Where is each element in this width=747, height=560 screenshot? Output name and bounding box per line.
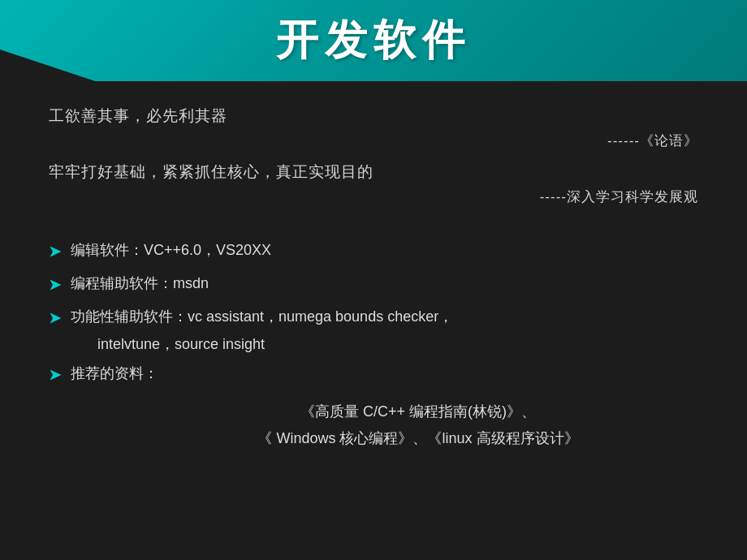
book-section: 《高质量 C/C++ 编程指南(林锐)》、 《 Windows 核心编程》、《l… [49, 398, 698, 451]
bullet-text-4: 推荐的资料： [71, 362, 698, 386]
bullet-text-2: 编程辅助软件：msdn [71, 272, 698, 295]
page-container: 开发软件 工欲善其事，必先利其器 ------《论语》 牢牢打好基础，紧紧抓住核… [0, 0, 747, 560]
list-item: ➤ 编辑软件：VC++6.0，VS20XX [49, 239, 698, 264]
header-section: 开发软件 [0, 0, 747, 81]
quote-section: 工欲善其事，必先利其器 ------《论语》 牢牢打好基础，紧紧抓住核心，真正实… [49, 106, 698, 222]
bullet-text-3: 功能性辅助软件：vc assistant，numega bounds check… [71, 305, 698, 329]
quote-source-2: -----深入学习科学发展观 [49, 187, 698, 206]
main-content: 工欲善其事，必先利其器 ------《论语》 牢牢打好基础，紧紧抓住核心，真正实… [0, 81, 747, 560]
quote-line-1: 工欲善其事，必先利其器 [49, 106, 698, 127]
page-title: 开发软件 [276, 12, 471, 69]
bullet-list: ➤ 编辑软件：VC++6.0，VS20XX ➤ 编程辅助软件：msdn ➤ 功能… [49, 239, 698, 451]
book-line-1: 《高质量 C/C++ 编程指南(林锐)》、 [73, 398, 698, 424]
quote-source-1: ------《论语》 [49, 131, 698, 150]
bullet-sub-text-3: intelvtune，source insight [49, 334, 698, 354]
bullet-arrow-icon: ➤ [49, 307, 61, 330]
bullet-arrow-icon: ➤ [49, 274, 61, 297]
list-item: ➤ 功能性辅助软件：vc assistant，numega bounds che… [49, 305, 698, 330]
bullet-arrow-icon: ➤ [49, 240, 61, 264]
bullet-text-1: 编辑软件：VC++6.0，VS20XX [71, 239, 698, 262]
list-item: ➤ 推荐的资料： [49, 362, 698, 387]
book-line-2: 《 Windows 核心编程》、《linux 高级程序设计》 [73, 425, 698, 451]
list-item: ➤ 编程辅助软件：msdn [49, 272, 698, 297]
quote-line-2: 牢牢打好基础，紧紧抓住核心，真正实现目的 [49, 162, 698, 183]
bullet-arrow-icon: ➤ [49, 364, 61, 387]
